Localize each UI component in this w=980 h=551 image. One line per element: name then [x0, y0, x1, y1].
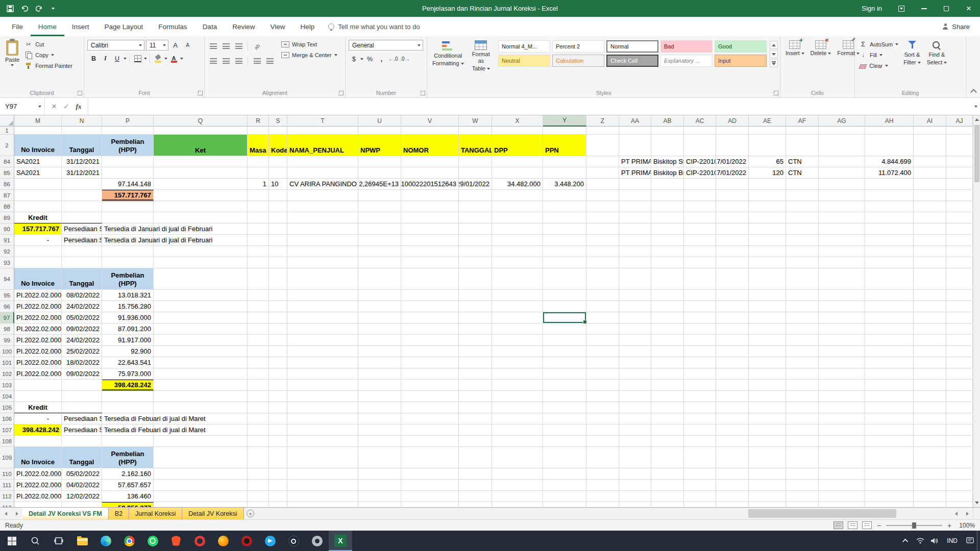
cell-W87[interactable]	[459, 190, 492, 201]
cell-AF88[interactable]	[786, 201, 819, 212]
cell-X84[interactable]	[492, 156, 543, 167]
cell-AG95[interactable]	[819, 290, 865, 301]
cell-AI110[interactable]	[914, 468, 946, 480]
cell-AG98[interactable]	[819, 323, 865, 335]
cell-AF89[interactable]	[786, 212, 819, 223]
cell-style-bad[interactable]: Bad	[660, 40, 713, 53]
cell-N86[interactable]	[62, 179, 102, 190]
cell-X112[interactable]	[492, 491, 543, 502]
cell-AE100[interactable]	[749, 346, 786, 357]
column-header-Q[interactable]: Q	[154, 115, 248, 127]
row-header-108[interactable]: 108	[0, 436, 14, 447]
cell-AG102[interactable]	[819, 368, 865, 380]
ribbon-tab-formulas[interactable]: Formulas	[151, 17, 194, 36]
cell-V106[interactable]	[401, 413, 459, 424]
cell-S1[interactable]	[269, 127, 287, 135]
cell-AH101[interactable]	[865, 357, 914, 368]
cell-P103[interactable]: 398.428.242	[102, 380, 154, 391]
cell-U111[interactable]	[358, 480, 401, 491]
cell-X97[interactable]	[492, 312, 543, 323]
cell-AB96[interactable]	[651, 301, 684, 312]
cell-AD88[interactable]	[716, 201, 749, 212]
cell-AI111[interactable]	[914, 480, 946, 491]
cell-W1[interactable]	[459, 127, 492, 135]
select-all-corner[interactable]	[0, 115, 14, 127]
cell-V93[interactable]	[401, 257, 459, 268]
clipboard-dialog-launcher[interactable]	[77, 90, 82, 95]
cell-AA102[interactable]	[619, 368, 651, 380]
cell-AB97[interactable]	[651, 312, 684, 323]
cell-AC100[interactable]	[684, 346, 716, 357]
cell-Z100[interactable]	[586, 346, 619, 357]
cell-M101[interactable]: PI.2022.02.00023	[14, 357, 62, 368]
taskbar-app-file-explorer[interactable]	[70, 531, 94, 551]
cell-Z85[interactable]	[586, 167, 619, 179]
cell-AD103[interactable]	[716, 380, 749, 391]
cell-AA109[interactable]	[619, 447, 651, 468]
cell-AE92[interactable]	[749, 246, 786, 257]
row-header-91[interactable]: 91	[0, 235, 14, 246]
cell-N98[interactable]: 09/02/2022	[62, 323, 102, 335]
cell-Y84[interactable]	[543, 156, 586, 167]
cell-AB99[interactable]	[651, 335, 684, 346]
cell-AH103[interactable]	[865, 380, 914, 391]
cell-S110[interactable]	[269, 468, 287, 480]
cell-Y92[interactable]	[543, 246, 586, 257]
cell-T96[interactable]	[287, 301, 358, 312]
cell-AB100[interactable]	[651, 346, 684, 357]
cell-AB109[interactable]	[651, 447, 684, 468]
row-header-97[interactable]: 97	[0, 312, 14, 323]
cell-S103[interactable]	[269, 380, 287, 391]
cell-P98[interactable]: 87.091.200	[102, 323, 154, 335]
cell-AD91[interactable]	[716, 235, 749, 246]
number-dialog-launcher[interactable]	[420, 90, 425, 95]
accounting-dropdown-icon[interactable]	[360, 58, 363, 60]
cell-W107[interactable]	[459, 424, 492, 436]
column-header-W[interactable]: W	[459, 115, 492, 127]
cell-W96[interactable]	[459, 301, 492, 312]
cell-W91[interactable]	[459, 235, 492, 246]
cell-AB113[interactable]	[651, 502, 684, 507]
cell-R96[interactable]	[248, 301, 269, 312]
cell-V98[interactable]	[401, 323, 459, 335]
cell-Y85[interactable]	[543, 167, 586, 179]
insert-cells-button[interactable]: Insert	[782, 39, 807, 58]
conditional-formatting-button[interactable]: Conditional Formatting	[429, 39, 467, 68]
cell-X102[interactable]	[492, 368, 543, 380]
cell-T95[interactable]	[287, 290, 358, 301]
cell-P113[interactable]: 59.956.277	[102, 502, 154, 507]
row-header-111[interactable]: 111	[0, 480, 14, 491]
delete-cells-button[interactable]: Delete	[807, 39, 835, 58]
cell-N110[interactable]: 05/02/2022	[62, 468, 102, 480]
row-header-88[interactable]: 88	[0, 201, 14, 212]
column-header-AI[interactable]: AI	[914, 115, 946, 127]
cell-AE2[interactable]	[749, 135, 786, 156]
cell-X109[interactable]	[492, 447, 543, 468]
cell-AC96[interactable]	[684, 301, 716, 312]
row-header-96[interactable]: 96	[0, 301, 14, 312]
cell-AE107[interactable]	[749, 424, 786, 436]
cell-P107[interactable]: Tersedia di Febuari di jual di Maret	[102, 424, 154, 436]
row-header-93[interactable]: 93	[0, 257, 14, 268]
cell-AH1[interactable]	[865, 127, 914, 135]
cell-AC97[interactable]	[684, 312, 716, 323]
cell-N84[interactable]: 31/12/2021	[62, 156, 102, 167]
row-header-113[interactable]: 113	[0, 502, 14, 507]
cell-X106[interactable]	[492, 413, 543, 424]
cell-AG108[interactable]	[819, 436, 865, 447]
cell-AI112[interactable]	[914, 491, 946, 502]
zoom-slider[interactable]	[886, 525, 942, 526]
cell-U110[interactable]	[358, 468, 401, 480]
cell-W95[interactable]	[459, 290, 492, 301]
cell-Q87[interactable]	[154, 190, 248, 201]
clear-button[interactable]: Clear	[857, 60, 900, 71]
fill-color-dropdown-icon[interactable]	[164, 58, 167, 60]
cell-V95[interactable]	[401, 290, 459, 301]
cell-style-input[interactable]: Input	[715, 55, 767, 67]
cell-Z91[interactable]	[586, 235, 619, 246]
cell-R107[interactable]	[248, 424, 269, 436]
column-header-AA[interactable]: AA	[619, 115, 651, 127]
cell-N103[interactable]	[62, 380, 102, 391]
task-view-button[interactable]	[47, 531, 70, 551]
cell-AJ103[interactable]	[946, 380, 973, 391]
